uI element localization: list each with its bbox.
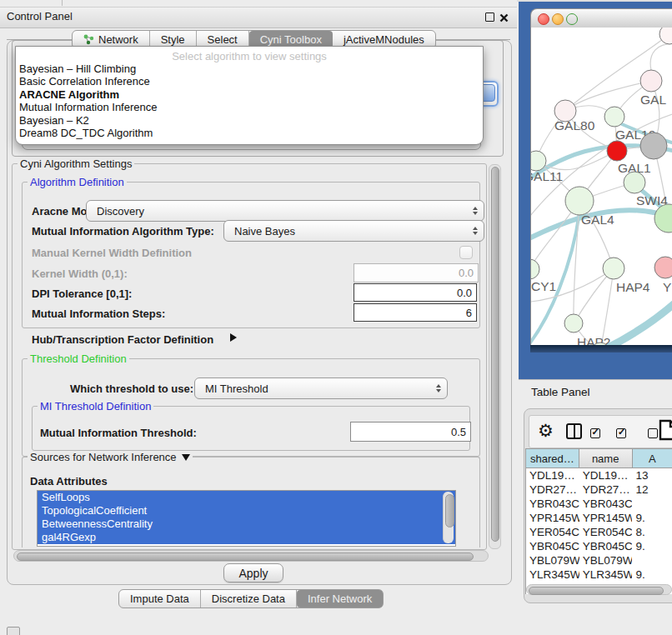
zoom-traffic-light-icon[interactable] — [566, 13, 578, 25]
table-row[interactable]: YBR045CYBR045C9. — [526, 539, 672, 553]
select-all-checkbox-icon[interactable] — [616, 428, 626, 438]
select-all-checkbox-icon[interactable] — [590, 428, 600, 438]
network-node-gal1[interactable] — [607, 141, 627, 161]
table-column-header[interactable]: shared… — [526, 449, 579, 468]
hub-definition-toggle[interactable]: Hub/Transcription Factor Definition — [32, 333, 213, 346]
table-row[interactable]: YDL19…YDL19…13 — [526, 468, 672, 482]
network-node-hap2[interactable] — [564, 314, 583, 332]
tab-discretize-data[interactable]: Discretize Data — [201, 590, 297, 608]
network-node-gal[interactable] — [640, 70, 662, 92]
manual-kernel-width-checkbox[interactable] — [459, 246, 473, 259]
table-cell — [632, 497, 672, 511]
table-cell: YBR043C — [526, 497, 579, 511]
attributes-list-scrollbar[interactable] — [443, 492, 454, 543]
table-cell: 9. — [632, 539, 672, 553]
algorithm-option[interactable]: Bayesian – Hill Climbing — [16, 62, 483, 75]
control-panel-titlebar — [0, 7, 517, 28]
cyni-settings-group-title: Cyni Algorithm Settings — [18, 158, 134, 170]
data-attributes-label: Data Attributes — [30, 475, 108, 488]
which-threshold-combo[interactable]: MI Threshold — [194, 378, 448, 399]
table-cell: YBL079W — [579, 553, 633, 568]
mi-threshold-field[interactable]: 0.5 — [350, 422, 471, 442]
network-node[interactable] — [640, 132, 667, 159]
data-attribute-item[interactable]: SelfLoops — [38, 491, 455, 504]
table-panel-title: Table Panel — [531, 386, 590, 398]
dpi-tolerance-field[interactable]: 0.0 — [354, 283, 477, 302]
table-column-header[interactable]: A — [633, 449, 672, 468]
table-row[interactable]: YBR043CYBR043C — [526, 497, 672, 511]
network-node-gal11[interactable] — [530, 151, 546, 171]
new-file-icon[interactable] — [658, 418, 672, 442]
network-window-titlebar[interactable] — [530, 8, 672, 28]
tab-impute-data[interactable]: Impute Data — [119, 590, 201, 608]
algorithm-option[interactable]: Mutual Information Inference — [16, 101, 483, 113]
network-canvas[interactable]: GALGAL80GAL10GAL1GAL11SWI4GAL4GCY1HAP4YH… — [530, 28, 672, 345]
restore-window-icon[interactable] — [485, 12, 494, 22]
settings-vertical-scrollbar[interactable] — [489, 164, 501, 549]
network-node-y[interactable] — [654, 257, 672, 278]
deselect-all-checkbox-icon[interactable] — [648, 428, 658, 438]
network-node-hap4[interactable] — [603, 258, 624, 279]
node-label: HAP2 — [577, 335, 611, 345]
aracne-mode-combo[interactable]: Discovery — [86, 200, 484, 222]
algorithm-dropdown: Select algorithm to view settings Bayesi… — [15, 46, 484, 145]
network-node-gal4[interactable] — [565, 187, 594, 215]
table-cell: YBR043C — [579, 497, 633, 511]
mi-algorithm-type-label: Mutual Information Algorithm Type: — [32, 225, 214, 238]
table-cell: YBR045C — [526, 539, 579, 553]
algorithm-option[interactable]: Basic Correlation Inference — [16, 75, 483, 88]
panel-grip[interactable] — [7, 627, 20, 635]
table-horizontal-scrollbar[interactable] — [526, 584, 672, 595]
settings-horizontal-scrollbar[interactable] — [13, 550, 489, 562]
data-attribute-item[interactable]: gal4RGexp — [38, 531, 455, 544]
which-threshold-label: Which threshold to use: — [70, 382, 193, 395]
table-row[interactable]: YDR27…YDR27…12 — [526, 482, 672, 497]
node-label: GAL80 — [554, 118, 595, 132]
mi-steps-field[interactable]: 6 — [354, 303, 477, 322]
table-panel-divider — [519, 379, 672, 380]
data-attribute-item[interactable]: BetweennessCentrality — [38, 518, 455, 531]
network-node-gal10[interactable] — [604, 107, 624, 127]
node-table: shared…nameA YDL19…YDL19…13YDR27…YDR27…1… — [525, 448, 672, 594]
data-attribute-item[interactable]: TopologicalCoefficient — [38, 504, 455, 518]
network-edge[interactable] — [650, 43, 672, 70]
table-cell: YLR345W — [526, 568, 579, 582]
control-panel-title: Control Panel — [7, 10, 73, 22]
algorithm-option[interactable]: ARACNE Algorithm — [16, 88, 483, 101]
table-cell: YDL19… — [579, 468, 633, 482]
table-column-header[interactable]: name — [579, 449, 633, 468]
mi-algorithm-type-combo[interactable]: Naive Bayes — [223, 220, 484, 242]
gear-icon[interactable]: ⚙ — [538, 421, 554, 441]
bottom-tabbar: Impute DataDiscretize DataInfer Network — [118, 589, 384, 608]
table-row[interactable]: YPR145WYPR145W9. — [526, 511, 672, 525]
table-row[interactable]: YER054CYER054C8. — [526, 525, 672, 539]
hub-expand-arrow-icon[interactable] — [230, 333, 237, 342]
kernel-width-field[interactable]: 0.0 — [354, 263, 479, 282]
node-label: GCY1 — [530, 279, 556, 293]
algorithm-option[interactable]: Bayesian – K2 — [16, 114, 483, 127]
column-layout-icon[interactable] — [566, 423, 582, 439]
network-node-gcy1[interactable] — [530, 259, 539, 279]
apply-button[interactable]: Apply — [223, 563, 283, 582]
minimize-traffic-light-icon[interactable] — [552, 13, 564, 25]
close-window-icon[interactable] — [499, 11, 509, 26]
network-node[interactable] — [654, 204, 672, 232]
tab-infer-network[interactable]: Infer Network — [297, 590, 383, 608]
data-attributes-list[interactable]: SelfLoopsTopologicalCoefficientBetweenne… — [37, 490, 456, 547]
network-node-swi4[interactable] — [624, 172, 645, 193]
table-cell: YER054C — [526, 525, 579, 539]
table-row[interactable]: YBL079WYBL079W — [526, 553, 672, 568]
algorithm-option[interactable]: Dream8 DC_TDC Algorithm — [16, 127, 483, 139]
network-edge[interactable] — [600, 268, 614, 345]
network-node[interactable] — [659, 28, 672, 44]
kernel-width-label: Kernel Width (0,1): — [32, 268, 128, 280]
table-cell: YDL19… — [526, 468, 579, 482]
manual-kernel-width-label: Manual Kernel Width Definition — [32, 247, 192, 259]
node-label: GAL4 — [581, 212, 614, 227]
close-traffic-light-icon[interactable] — [538, 13, 549, 25]
collapse-arrow-icon[interactable] — [182, 454, 190, 461]
sources-group-title: Sources for Network Inference — [28, 451, 193, 463]
node-label: HAP4 — [616, 280, 650, 294]
node-label: GAL11 — [530, 169, 563, 183]
table-row[interactable]: YLR345WYLR345W9. — [526, 568, 672, 582]
